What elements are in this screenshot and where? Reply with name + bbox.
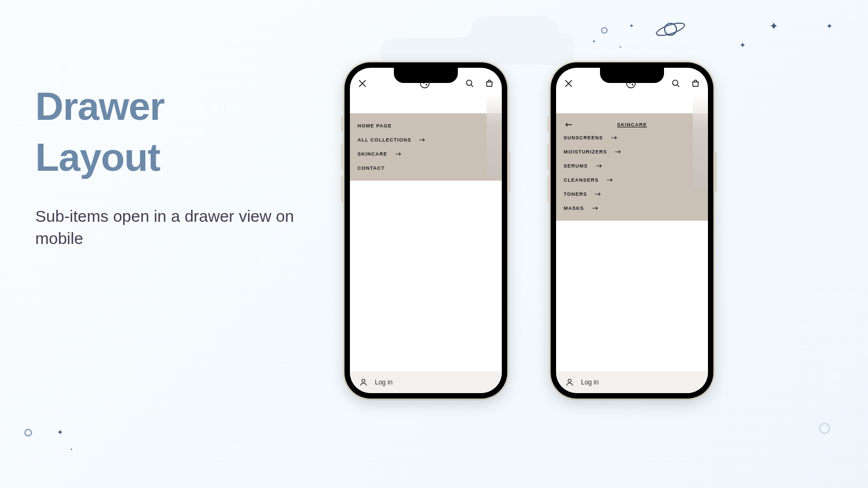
phone-side-button: [341, 176, 343, 202]
planet-icon: [655, 19, 686, 42]
menu-item-masks[interactable]: MASKS: [556, 201, 708, 215]
search-icon[interactable]: [671, 79, 681, 88]
phone-mock-2: SKINCARE SUNSCREENS MOISTURIZERS SERUMS …: [551, 62, 713, 399]
phone-screen: HOME PAGE ALL COLLECTIONS SKINCARE CONTA…: [350, 68, 502, 393]
arrow-right-icon: [615, 150, 621, 154]
login-link[interactable]: Log in: [375, 378, 393, 386]
phone-notch: [394, 68, 458, 83]
menu-item-label: SUNSCREENS: [564, 135, 603, 140]
drawer-footer: Log in: [556, 371, 708, 393]
svg-point-5: [467, 80, 472, 86]
menu-item-label: CLEANSERS: [564, 177, 599, 183]
phone-side-button: [547, 117, 550, 132]
phone-side-button: [508, 152, 510, 192]
phone-notch: [600, 68, 664, 83]
star-deco: ✦: [629, 23, 634, 29]
title-line2: Layout: [35, 136, 160, 179]
menu-item-label: SKINCARE: [358, 151, 387, 157]
menu-item-serums[interactable]: SERUMS: [556, 159, 708, 173]
user-icon[interactable]: [565, 377, 575, 387]
svg-point-11: [568, 379, 571, 382]
menu-item-label: SERUMS: [564, 163, 588, 169]
phone-side-button: [341, 117, 343, 132]
sparkle-icon: ✦: [826, 22, 833, 30]
circle-deco: [601, 27, 608, 34]
text-block: Drawer Layout Sub-items open in a drawer…: [35, 81, 339, 249]
menu-item-sunscreens[interactable]: SUNSCREENS: [556, 131, 708, 145]
login-link[interactable]: Log in: [581, 378, 599, 386]
user-icon[interactable]: [359, 377, 368, 387]
svg-point-6: [362, 379, 365, 382]
circle-deco: [24, 429, 32, 436]
search-icon[interactable]: [465, 79, 475, 88]
spacer: [556, 94, 708, 113]
drawer-submenu: SKINCARE SUNSCREENS MOISTURIZERS SERUMS …: [556, 113, 708, 221]
arrow-right-icon: [611, 136, 617, 140]
drawer-menu: HOME PAGE ALL COLLECTIONS SKINCARE CONTA…: [350, 113, 502, 181]
menu-item-contact[interactable]: CONTACT: [350, 161, 502, 175]
arrow-right-icon: [592, 206, 598, 210]
menu-item-moisturizers[interactable]: MOISTURIZERS: [556, 145, 708, 159]
arrow-right-icon: [595, 192, 601, 196]
dot-deco: [620, 46, 621, 48]
menu-item-toners[interactable]: TONERS: [556, 187, 708, 201]
cart-icon[interactable]: [691, 79, 700, 88]
dot-deco: [71, 448, 72, 450]
page-title: Drawer Layout: [35, 81, 339, 183]
svg-point-0: [665, 23, 676, 35]
drawer-footer: Log in: [350, 371, 502, 393]
sparkle-icon: ✦: [57, 428, 63, 436]
arrow-right-icon: [607, 178, 613, 182]
sparkle-icon: ✦: [739, 41, 746, 49]
menu-item-label: MOISTURIZERS: [564, 149, 607, 155]
submenu-title[interactable]: SKINCARE: [617, 122, 647, 127]
spacer: [350, 94, 502, 113]
sparkle-icon: ✦: [769, 20, 778, 33]
phone-screen: SKINCARE SUNSCREENS MOISTURIZERS SERUMS …: [556, 68, 708, 393]
arrow-right-icon: [596, 164, 602, 168]
menu-item-label: TONERS: [564, 191, 587, 197]
phone-side-button: [714, 152, 717, 192]
dot-deco: [593, 40, 595, 42]
phone-mock-1: HOME PAGE ALL COLLECTIONS SKINCARE CONTA…: [344, 62, 507, 399]
menu-item-skincare[interactable]: SKINCARE: [350, 147, 502, 161]
menu-item-cleansers[interactable]: CLEANSERS: [556, 173, 708, 187]
close-icon[interactable]: [564, 79, 573, 88]
cart-icon[interactable]: [484, 79, 494, 88]
background-image-strip: [487, 94, 502, 176]
phones-container: HOME PAGE ALL COLLECTIONS SKINCARE CONTA…: [344, 62, 713, 399]
arrow-right-icon: [419, 138, 425, 142]
circle-deco: [819, 423, 830, 434]
back-icon[interactable]: [564, 120, 573, 130]
svg-point-4: [426, 84, 427, 86]
menu-item-label: ALL COLLECTIONS: [358, 137, 411, 143]
phone-side-button: [547, 144, 550, 170]
menu-item-collections[interactable]: ALL COLLECTIONS: [350, 133, 502, 147]
svg-point-1: [655, 21, 686, 38]
background-image-strip: [693, 94, 708, 189]
menu-item-home[interactable]: HOME PAGE: [350, 119, 502, 133]
arrow-right-icon: [395, 152, 401, 156]
title-line1: Drawer: [35, 85, 164, 128]
submenu-header: SKINCARE: [556, 119, 708, 131]
phone-side-button: [547, 176, 550, 202]
menu-item-label: HOME PAGE: [358, 123, 392, 129]
close-icon[interactable]: [358, 79, 367, 88]
menu-item-label: CONTACT: [358, 165, 385, 171]
svg-point-9: [632, 84, 634, 86]
menu-item-label: MASKS: [564, 206, 584, 211]
svg-point-10: [673, 80, 678, 86]
page-subtitle: Sub-items open in a drawer view on mobil…: [35, 206, 339, 249]
phone-side-button: [341, 144, 343, 170]
